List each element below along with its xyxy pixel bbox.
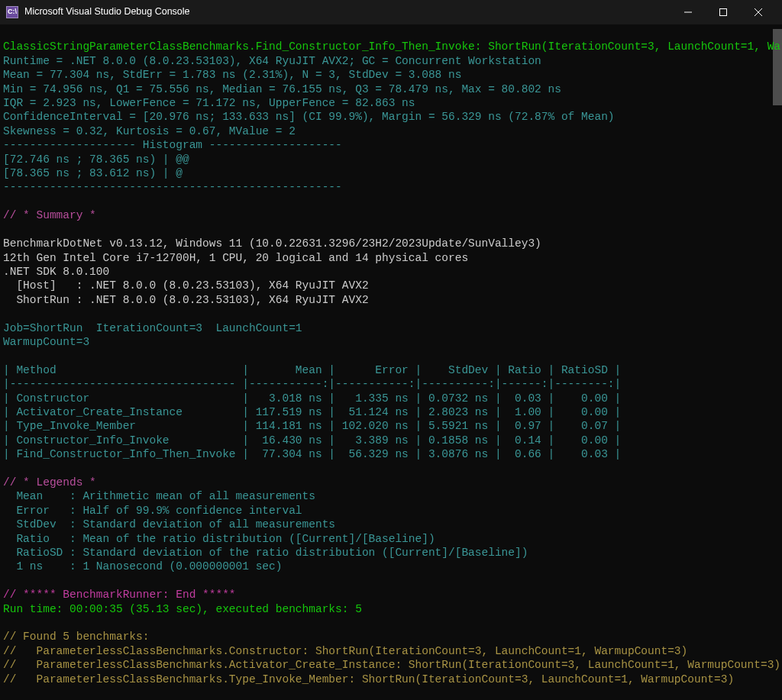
svg-rect-1 xyxy=(720,9,727,16)
stat-runtime: Runtime = .NET 8.0.0 (8.0.23.53103), X64… xyxy=(3,55,541,67)
table-row: | Find_Constructor_Info_Then_Invoke | 77… xyxy=(3,448,621,460)
table-row: | Constructor | 3.018 ns | 1.335 ns | 0.… xyxy=(3,392,621,405)
table-header: | Method | Mean | Error | StdDev | Ratio… xyxy=(3,364,621,376)
histogram-sep: ----------------------------------------… xyxy=(3,181,342,193)
legends-header: // * Legends * xyxy=(3,476,96,489)
benchmark-runner-end: // ***** BenchmarkRunner: End ***** xyxy=(3,589,236,601)
found-benchmark: // ParameterlessClassBenchmarks.Activato… xyxy=(3,659,780,671)
stat-ci: ConfidenceInterval = [20.976 ns; 133.633… xyxy=(3,111,615,123)
minimize-icon xyxy=(684,8,692,16)
table-row: | Constructor_Info_Invoke | 16.430 ns | … xyxy=(3,434,621,447)
env-line: 12th Gen Intel Core i7-12700H, 1 CPU, 20… xyxy=(3,252,468,264)
env-line: .NET SDK 8.0.100 xyxy=(3,266,109,278)
table-row: | Type_Invoke_Member | 114.181 ns | 102.… xyxy=(3,420,621,432)
benchmark-header: ClassicStringParameterClassBenchmarks.Fi… xyxy=(3,40,782,53)
maximize-button[interactable] xyxy=(706,0,741,24)
stat-min: Min = 74.956 ns, Q1 = 75.556 ns, Median … xyxy=(3,83,561,95)
histogram-row: [78.365 ns ; 83.612 ns) | @ xyxy=(3,167,183,179)
stat-mean: Mean = 77.304 ns, StdErr = 1.783 ns (2.3… xyxy=(3,69,461,81)
console-output[interactable]: ClassicStringParameterClassBenchmarks.Fi… xyxy=(0,24,782,688)
histogram-row: [72.746 ns ; 78.365 ns) | @@ xyxy=(3,153,189,166)
legend-line: Mean : Arithmetic mean of all measuremen… xyxy=(3,490,315,502)
titlebar[interactable]: C:\ Microsoft Visual Studio Debug Consol… xyxy=(0,0,782,24)
legend-line: Error : Half of 99.9% confidence interva… xyxy=(3,505,302,517)
found-benchmark: // ParameterlessClassBenchmarks.Type_Inv… xyxy=(3,673,734,685)
job-line: Job=ShortRun IterationCount=3 LaunchCoun… xyxy=(3,322,302,334)
histogram-header: -------------------- Histogram ---------… xyxy=(3,139,342,151)
legend-line: 1 ns : 1 Nanosecond (0.000000001 sec) xyxy=(3,560,282,573)
window-title: Microsoft Visual Studio Debug Console xyxy=(24,6,671,18)
window-controls xyxy=(671,0,776,24)
env-line: [Host] : .NET 8.0.0 (8.0.23.53103), X64 … xyxy=(3,279,369,292)
found-header: // Found 5 benchmarks: xyxy=(3,631,149,643)
legend-line: RatioSD : Standard deviation of the rati… xyxy=(3,547,528,559)
stat-skew: Skewness = 0.32, Kurtosis = 0.67, MValue… xyxy=(3,125,296,137)
summary-header: // * Summary * xyxy=(3,209,96,221)
maximize-icon xyxy=(719,8,727,16)
minimize-button[interactable] xyxy=(671,0,706,24)
close-icon xyxy=(755,8,762,16)
stat-iqr: IQR = 2.923 ns, LowerFence = 71.172 ns, … xyxy=(3,97,415,109)
env-line: BenchmarkDotNet v0.13.12, Windows 11 (10… xyxy=(3,237,541,250)
run-time-line: Run time: 00:00:35 (35.13 sec), executed… xyxy=(3,603,362,615)
env-line: ShortRun : .NET 8.0.0 (8.0.23.53103), X6… xyxy=(3,294,369,306)
legend-line: StdDev : Standard deviation of all measu… xyxy=(3,518,335,531)
close-button[interactable] xyxy=(741,0,776,24)
app-icon: C:\ xyxy=(6,6,18,18)
found-benchmark: // ParameterlessClassBenchmarks.Construc… xyxy=(3,645,687,657)
legend-line: Ratio : Mean of the ratio distribution (… xyxy=(3,533,435,545)
job-line: WarmupCount=3 xyxy=(3,336,89,348)
table-row: | Activator_Create_Instance | 117.519 ns… xyxy=(3,406,621,418)
table-separator: |---------------------------------- |---… xyxy=(3,378,621,390)
